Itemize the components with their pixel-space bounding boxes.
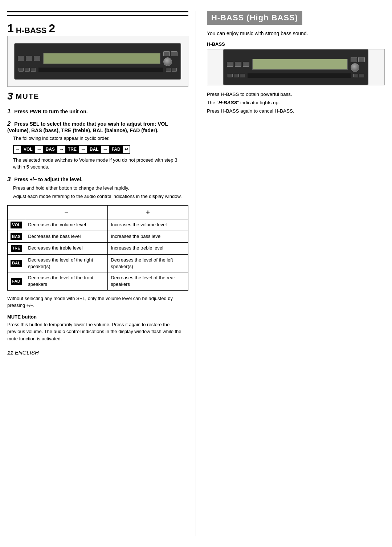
- vol-plus-cell: Increases the volume level: [108, 219, 188, 231]
- instruction-text-2: Press SEL to select the mode that you wi…: [7, 121, 168, 133]
- right-stereo-unit: [223, 49, 368, 85]
- r-stereo-bottom-right: [353, 74, 364, 77]
- fad-plus-cell: Decreases the level of the rear speakers: [108, 272, 188, 290]
- table-row: VOL Decreases the volume level Increases…: [8, 219, 188, 231]
- mode-tag-fad: FAD: [11, 278, 22, 285]
- table-header-minus: −: [25, 205, 108, 219]
- mode-sep-4: →: [101, 146, 109, 153]
- right-hbass-label: H-BASS: [207, 41, 385, 47]
- right-instr-line2-post: " indicator lights up.: [237, 100, 279, 105]
- r-stereo-unit-bottom: [227, 73, 365, 78]
- page: 1 H-BASS 2: [0, 0, 392, 547]
- instruction-text-3: Press +/– to adjust the level.: [14, 177, 82, 182]
- right-instr-line1: Press H-BASS to obtain powerful bass.: [207, 90, 385, 99]
- mute-label-row: 3 MUTE: [7, 90, 188, 102]
- r-stereo-cd-btn: [353, 74, 358, 77]
- tre-plus-cell: Increases the treble level: [108, 243, 188, 254]
- stereo-unit: [14, 43, 181, 80]
- mode-tag-tre: TRE: [11, 245, 22, 252]
- right-column: H-BASS (High BASS) You can enjoy music w…: [196, 11, 385, 536]
- mode-sep-1: →: [35, 146, 43, 153]
- mode-tag-bas: BAS: [11, 233, 22, 240]
- stereo-small-3: [31, 68, 36, 72]
- stereo-knob: [163, 57, 172, 66]
- mode-sep-2: →: [57, 146, 65, 153]
- footer-note: Without selecting any mode with SEL, onl…: [7, 295, 188, 309]
- mode-strip: → VOL → BAS → TRE → BAL → FAD ↩: [13, 145, 130, 154]
- mute-number: 3: [7, 90, 13, 102]
- right-stereo-unit-top: [227, 57, 365, 72]
- r-stereo-top-right: [351, 57, 365, 62]
- instruction-num-1: 1: [7, 108, 11, 115]
- left-column: 1 H-BASS 2: [7, 11, 196, 536]
- table-row: TRE Decreases the treble level Increases…: [8, 243, 188, 254]
- r-stereo-btn-2: [235, 62, 241, 67]
- hbass-indicator-text: H-BASS: [219, 100, 237, 105]
- mode-tre: TRE: [65, 146, 79, 153]
- instruction-num-2: 2: [7, 120, 11, 127]
- right-section-title: H-BASS (High BASS): [207, 11, 302, 25]
- mode-tag-bal: BAL: [11, 260, 22, 267]
- mode-sep-3: →: [79, 146, 87, 153]
- tre-minus-cell: Decreases the treble level: [25, 243, 108, 254]
- stereo-diagram: [7, 36, 188, 87]
- right-instructions: Press H-BASS to obtain powerful bass. Th…: [207, 90, 385, 116]
- mute-section-title: MUTE button: [7, 314, 188, 320]
- right-instr-line3: Press H-BASS again to cancel H-BASS.: [207, 107, 385, 116]
- instruction-3: 3 Press +/– to adjust the level. Press a…: [7, 176, 188, 200]
- page-num: 11 ENGLISH: [7, 349, 188, 356]
- mode-arrow-end: ↩: [123, 146, 130, 153]
- instruction-1: 1 Press PWR to turn the unit on.: [7, 108, 188, 115]
- stereo-display: [43, 53, 160, 64]
- diagram-hbass-label: H-BASS: [16, 26, 46, 35]
- stereo-pwr-btn: [18, 56, 24, 61]
- stereo-sel-btn: [34, 56, 40, 61]
- stereo-band-btn: [163, 51, 170, 56]
- r-stereo-amr-btn: [358, 57, 365, 62]
- r-stereo-small-3: [240, 74, 245, 77]
- table-row: BAL Decreases the level of the right spe…: [8, 254, 188, 272]
- mute-section-body: Press this button to temporarily lower t…: [7, 321, 188, 343]
- r-stereo-small-1: [228, 74, 233, 77]
- mode-bas: BAS: [43, 146, 57, 153]
- bal-plus-cell: Decreases the level of the left speaker(…: [108, 254, 188, 272]
- page-title: [7, 11, 188, 16]
- right-stereo-diagram: [207, 49, 385, 85]
- stereo-cd-slot: [38, 68, 163, 72]
- stereo-unit-bottom: [18, 68, 177, 72]
- r-stereo-band-btn: [351, 57, 357, 62]
- mode-vol: VOL: [21, 146, 35, 153]
- instruction-text-1: Press PWR to turn the unit on.: [14, 109, 87, 114]
- table-row: FAD Decreases the level of the front spe…: [8, 272, 188, 290]
- fad-minus-cell: Decreases the level of the front speaker…: [25, 272, 108, 290]
- bal-minus-cell: Decreases the level of the right speaker…: [25, 254, 108, 272]
- diagram-num-2: 2: [49, 22, 55, 35]
- stereo-amr-btn: [171, 51, 177, 56]
- mute-text: MUTE: [16, 92, 40, 101]
- instruction-num-3: 3: [7, 176, 11, 183]
- table-row: BAS Decreases the bass level Increases t…: [8, 231, 188, 243]
- instruction-body-2b: The selected mode switches to Volume mod…: [13, 157, 188, 171]
- mode-arrow-start: →: [14, 146, 21, 153]
- stereo-disp-btn: [172, 68, 177, 72]
- mute-section: MUTE button Press this button to tempora…: [7, 314, 188, 343]
- stereo-small-2: [25, 68, 30, 72]
- r-stereo-sel-btn: [243, 62, 249, 67]
- bas-minus-cell: Decreases the bass level: [25, 231, 108, 243]
- vol-minus-cell: Decreases the volume level: [25, 219, 108, 231]
- r-stereo-small-2: [234, 74, 239, 77]
- r-stereo-display: [252, 59, 348, 70]
- table-header-mode: [8, 205, 25, 219]
- english-label: ENGLISH: [15, 349, 39, 356]
- bas-plus-cell: Increases the bass level: [108, 231, 188, 243]
- mode-bal: BAL: [87, 146, 101, 153]
- r-stereo-right-controls: [351, 57, 365, 72]
- stereo-cd-btn: [166, 68, 171, 72]
- diagram-labels-row: 1 H-BASS 2: [7, 22, 188, 35]
- mode-fad: FAD: [109, 146, 123, 153]
- right-instr-line2: The "H-BASS" indicator lights up.: [207, 99, 385, 107]
- instruction-body-2: The following indicators appear in cycli…: [13, 135, 188, 142]
- instruction-2: 2 Press SEL to select the mode that you …: [7, 120, 188, 171]
- diagram-num-1: 1: [7, 22, 14, 35]
- table-header-plus: +: [108, 205, 188, 219]
